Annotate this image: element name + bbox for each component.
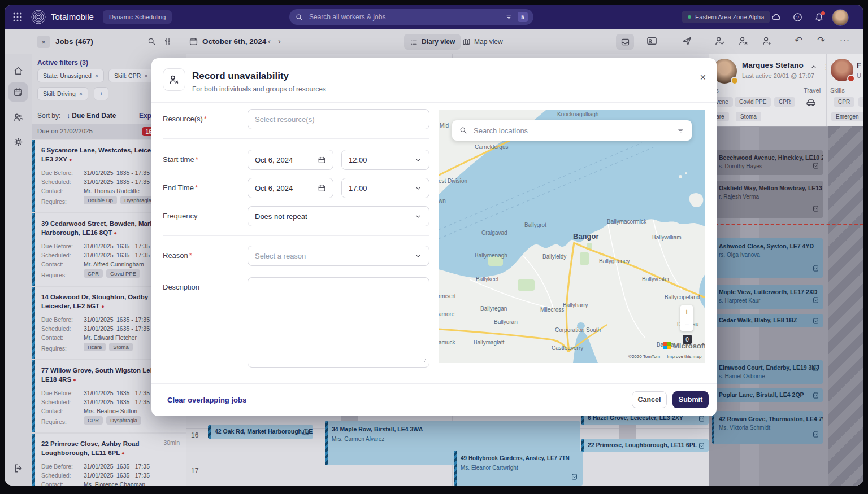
resource-job-entry[interactable]: Elmwood Court, Enderby, LE19 3NJ s. Harr… [712,360,823,384]
resource-job-entry[interactable]: Oakfield Way, Melton Mowbray, LE13 5LF r… [712,181,823,218]
resource-job-entry[interactable]: 42 Rowan Grove, Thurmaston, LE4 7WA Ms. … [712,411,823,444]
help-icon[interactable]: ? [792,12,803,25]
chevron-down-icon [414,184,422,192]
close-jobs-panel-button[interactable]: × [37,36,50,48]
start-time-select[interactable]: 12:00 [341,150,429,170]
nav-logout[interactable] [8,458,28,478]
entry-title: Beechwood Avenue, Hinckley, LE10 2JR [719,154,823,161]
reason-select[interactable]: Select a reason [248,246,429,266]
row-label: Requires: [41,418,67,425]
map-zoom-control[interactable]: + − [680,305,693,331]
confirm-worker-button[interactable] [714,36,725,49]
clear-overlapping-jobs-link[interactable]: Clear overlapping jobs [167,396,246,404]
resource-panel: Marques Stefano Last active 20/01 @ 17:0… [709,54,863,486]
end-time-select[interactable]: 17:00 [341,178,429,198]
entry-contact: rs. Olga Ivanova [719,252,760,258]
jobs-filter-settings-icon[interactable] [163,37,172,49]
app-launcher-icon[interactable] [12,12,23,24]
calendar-job-entry[interactable]: 49 Hollybrook Gardens, Anstey, LE7 7TN M… [454,451,583,486]
add-filter-button[interactable]: + [94,87,108,100]
user-avatar[interactable] [832,9,849,26]
jobs-search-icon[interactable] [147,37,157,49]
calendar-job-entry[interactable]: 22 Primrose, Loughborough, LE11 6PL [581,439,709,452]
tab-diary-view[interactable]: Diary view [404,34,461,50]
cancel-button[interactable]: Cancel [632,391,667,408]
filter-icon[interactable] [676,126,685,135]
filter-chip-skill-cpr[interactable]: Skill: CPR× [108,69,154,82]
row-label: Contact: [41,408,63,414]
filter-chip-label: State: Unassigned [43,72,92,79]
start-date-input[interactable]: Oct 6, 2024 [248,150,333,170]
redo-button[interactable]: ↷ [817,34,825,46]
close-icon[interactable]: ✕ [700,73,706,82]
entry-title: 49 Hollybrook Gardens, Anstey, LE7 7TN [461,455,570,461]
remove-filter-icon[interactable]: × [79,90,83,97]
nav-workers[interactable] [8,107,28,126]
remove-filter-icon[interactable]: × [144,72,147,79]
calendar-icon[interactable] [318,184,326,193]
prev-day-button[interactable]: ‹ [268,36,271,46]
resource-job-entry[interactable]: Cedar Walk, Blaby, LE8 1BZ [712,314,823,327]
undo-button[interactable]: ↶ [795,34,802,46]
frequency-label: Frequency [163,212,197,220]
divider [151,102,717,103]
inbox-icon [620,37,630,47]
global-search-input[interactable] [308,12,505,21]
app-mode-badge[interactable]: Dynamic Scheduling [103,10,172,24]
inbox-button[interactable] [616,34,634,50]
date-display[interactable]: October 6th, 2024 [202,37,266,46]
map-place-label: Ballywilliam [652,234,682,241]
resources-select[interactable]: Select resource(s) [248,109,429,129]
entry-title: Ashwood Close, Syston, LE7 4YD [719,243,814,250]
nav-settings[interactable] [8,132,28,151]
improve-map-link[interactable]: Improve this map [667,354,701,359]
filter-chip-skill-driving[interactable]: Skill: Driving× [37,87,88,100]
resource-job-entry[interactable]: Poplar Lane, Birstall, LE4 2QP [712,388,823,402]
next-day-button[interactable]: › [278,36,281,46]
calendar-job-entry[interactable]: 42 Oak Rd, Market Harborough, LE16 9JR [208,425,313,439]
row-label: Scheduled: [41,178,71,185]
tab-map-view[interactable]: Map view [458,34,507,50]
due-time: 1635 - 17:35 [116,243,150,250]
remove-filter-icon[interactable]: × [95,72,98,79]
filter-chip-state[interactable]: State: Unassigned× [37,69,104,82]
frequency-select[interactable]: Does not repeat [248,206,429,226]
map-search[interactable] [452,120,692,141]
collapse-chevron-icon[interactable] [810,63,818,73]
resource-job-entry[interactable]: Beechwood Avenue, Hinckley, LE10 2JR s. … [712,150,823,175]
resource-job-entry[interactable]: Maple View, Lutterworth, LE17 2XD s. Har… [712,285,823,309]
end-date-input[interactable]: Oct 6, 2024 [248,178,333,198]
filter-icon[interactable] [505,13,513,21]
job-status-icon [698,441,705,452]
resize-handle[interactable] [421,356,427,365]
due-date: 31/01/2025 [84,169,114,176]
map-place-label: Ballyvester [642,276,670,282]
microsoft-label: Microsoft [673,342,705,350]
dispatch-button[interactable] [682,36,692,49]
due-time: 1635 - 17:35 [116,390,150,396]
global-search[interactable]: 5 [289,9,533,25]
zone-selector[interactable]: Eastern Area Zone Alpha [682,11,770,23]
map-search-input[interactable] [472,126,676,135]
submit-button[interactable]: Submit [672,391,709,408]
notifications-bell-icon[interactable] [814,12,824,25]
row-label: Scheduled: [41,472,71,479]
cloud-sync-icon[interactable] [771,12,782,25]
sort-by-value[interactable]: ↓ Due End Date [67,112,116,120]
worker-card-button[interactable] [646,36,657,49]
map-place-label: rmisert [439,293,456,299]
unavailability-button[interactable] [738,36,749,49]
zoom-out-button[interactable]: − [680,318,693,331]
more-options-button[interactable]: ··· [840,34,850,44]
resource-job-entry[interactable]: Ashwood Close, Syston, LE7 4YD rs. Olga … [712,238,823,278]
nav-schedule[interactable] [8,82,28,102]
location-map[interactable]: KnocknagulliaghMidCarrickfergusest Divis… [439,110,705,363]
description-textarea[interactable] [248,277,429,368]
add-worker-button[interactable] [762,36,772,49]
active-filters-label: Active filters (3) [37,59,88,67]
nav-home[interactable] [8,61,28,80]
calendar-icon[interactable] [189,37,198,49]
zoom-in-button[interactable]: + [680,305,693,318]
job-card[interactable]: 22 Primrose Close, Ashby Road Loughborou… [32,434,186,486]
calendar-icon[interactable] [318,156,326,164]
